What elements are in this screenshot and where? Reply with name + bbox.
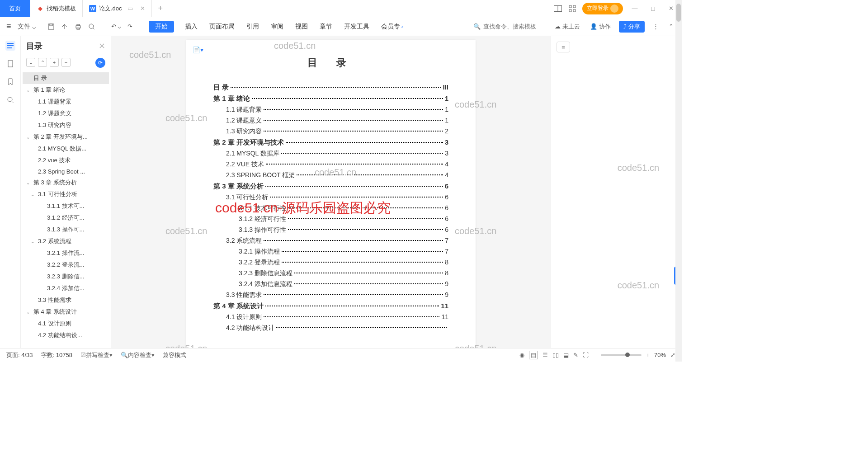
tools-icon[interactable]: ✎ xyxy=(573,352,578,358)
tree-item[interactable]: ⌄第 1 章 绪论 xyxy=(23,84,109,96)
view-page-icon[interactable]: ▤ xyxy=(529,351,538,359)
word-count[interactable]: 字数: 10758 xyxy=(41,351,72,359)
ribbon-tab-7[interactable]: 开发工具 xyxy=(343,21,370,33)
toc-row[interactable]: 第 3 章 系统分析6 xyxy=(213,182,448,191)
collapse-ribbon-icon[interactable]: ⌃ xyxy=(667,21,675,32)
toc-row[interactable]: 3.2 系统流程7 xyxy=(213,237,448,245)
ribbon-tab-8[interactable]: 会员专 xyxy=(380,21,401,33)
save-button[interactable] xyxy=(46,21,57,32)
eye-icon[interactable]: ◉ xyxy=(519,352,524,358)
toc-row[interactable]: 3.2.3 删除信息流程8 xyxy=(213,269,448,278)
tree-item[interactable]: ⌄3.1 可行性分析 xyxy=(23,188,109,200)
tree-item[interactable]: 3.2.3 删除信... xyxy=(23,271,109,282)
tree-item[interactable]: 1.3 研究内容 xyxy=(23,119,109,131)
apps-icon[interactable] xyxy=(568,4,577,13)
toc-row[interactable]: 2.1 MYSQL 数据库3 xyxy=(213,150,448,158)
ribbon-tab-3[interactable]: 引用 xyxy=(245,21,260,33)
chevron-down-icon[interactable]: ⌄ xyxy=(31,239,36,244)
chevron-down-icon[interactable]: ⌄ xyxy=(26,180,32,185)
tree-item[interactable]: 目 录 xyxy=(23,72,109,84)
tree-item[interactable]: 2.2 vue 技术 xyxy=(23,155,109,166)
menu-icon[interactable]: ≡ xyxy=(6,22,11,31)
tree-item[interactable]: 3.2.4 添加信... xyxy=(23,282,109,294)
tab-home[interactable]: 首页 xyxy=(0,0,30,17)
toc-row[interactable]: 3.2.4 添加信息流程9 xyxy=(213,280,448,288)
tab-document[interactable]: W 论文.doc ▭ ✕ xyxy=(83,0,152,17)
minimize-button[interactable]: — xyxy=(628,2,641,15)
search-input[interactable] xyxy=(483,23,547,30)
panel-toggle-icon[interactable]: ≡ xyxy=(557,42,570,52)
toc-row[interactable]: 3.1 可行性分析6 xyxy=(213,193,448,202)
toc-row[interactable]: 4.2 功能结构设计 xyxy=(213,324,448,332)
share-button[interactable]: ⤴ 分享 xyxy=(619,21,645,33)
toc-row[interactable]: 2.3 SPRING BOOT 框架4 xyxy=(213,171,448,179)
tree-item[interactable]: 2.1 MYSQL 数据... xyxy=(23,143,109,155)
find-icon[interactable] xyxy=(5,95,15,105)
toc-row[interactable]: 3.1.1 技术可行性6 xyxy=(213,204,448,212)
toc-row[interactable]: 1.1 课题背景1 xyxy=(213,106,448,114)
add-tab-button[interactable]: + xyxy=(152,4,170,13)
export-button[interactable] xyxy=(59,21,70,32)
view-read-icon[interactable]: ▯▯ xyxy=(552,352,559,358)
chevron-down-icon[interactable]: ⌄ xyxy=(31,192,36,197)
toc-row[interactable]: 2.2 VUE 技术4 xyxy=(213,160,448,169)
screen-icon[interactable]: ▭ xyxy=(127,5,133,12)
toc-row[interactable]: 3.2.2 登录流程8 xyxy=(213,259,448,267)
collapse-all-button[interactable]: ⌄ xyxy=(26,58,35,67)
ribbon-tab-5[interactable]: 视图 xyxy=(294,21,309,33)
tree-item[interactable]: 3.3 性能需求 xyxy=(23,294,109,306)
view-web-icon[interactable]: ⬓ xyxy=(563,352,569,358)
tree-item[interactable]: 4.2 功能结构设... xyxy=(23,329,109,341)
ribbon-tab-0[interactable]: 开始 xyxy=(149,21,174,33)
tree-item[interactable]: 1.1 课题背景 xyxy=(23,96,109,108)
coop-button[interactable]: 👤 协作 xyxy=(588,21,613,33)
fullscreen-icon[interactable]: ⤢ xyxy=(670,352,675,358)
tree-item[interactable]: 1.2 课题意义 xyxy=(23,108,109,119)
remove-level-button[interactable]: − xyxy=(61,58,71,67)
undo-button[interactable]: ↶ ⌵ xyxy=(109,21,123,32)
layout-icon[interactable] xyxy=(553,4,562,13)
chevron-down-icon[interactable]: ⌄ xyxy=(26,88,32,93)
toc-row[interactable]: 3.2.1 操作流程7 xyxy=(213,248,448,256)
tree-item[interactable]: 3.1.3 操作可... xyxy=(23,224,109,235)
clipboard-icon[interactable] xyxy=(5,59,15,69)
ribbon-tab-2[interactable]: 页面布局 xyxy=(208,21,236,33)
page-indicator[interactable]: 页面: 4/33 xyxy=(6,351,33,359)
tree-item[interactable]: 3.2.1 操作流... xyxy=(23,247,109,259)
preview-button[interactable] xyxy=(86,21,97,32)
ribbon-tab-1[interactable]: 插入 xyxy=(184,21,198,33)
outline-close-icon[interactable]: ✕ xyxy=(99,41,105,51)
redo-button[interactable]: ↷ xyxy=(126,21,134,32)
tree-item[interactable]: ⌄第 3 章 系统分析 xyxy=(23,177,109,188)
scroll-thumb[interactable] xyxy=(676,4,681,22)
zoom-fit-icon[interactable]: ⛶ xyxy=(583,352,589,358)
tree-item[interactable]: 3.2.2 登录流... xyxy=(23,259,109,271)
toc-row[interactable]: 1.2 课题意义1 xyxy=(213,117,448,125)
chevron-down-icon[interactable]: ⌄ xyxy=(26,135,32,140)
toc-row[interactable]: 第 2 章 开发环境与技术3 xyxy=(213,138,448,147)
tab-templates[interactable]: ◆ 找稻壳模板 xyxy=(30,0,83,17)
expand-all-button[interactable]: ⌃ xyxy=(38,58,47,67)
zoom-value[interactable]: 70% xyxy=(654,352,666,358)
toc-row[interactable]: 第 1 章 绪论1 xyxy=(213,94,448,103)
ribbon-tab-4[interactable]: 审阅 xyxy=(270,21,284,33)
more-icon[interactable]: ⋮ xyxy=(651,21,660,32)
maximize-button[interactable]: ◻ xyxy=(646,2,659,15)
sync-button[interactable]: ⟳ xyxy=(95,58,105,68)
zoom-slider[interactable] xyxy=(601,354,642,356)
document-area[interactable]: 📄▾ 目 录 目 录III第 1 章 绪论11.1 课题背景11.2 课题意义1… xyxy=(111,36,551,348)
zoom-knob[interactable] xyxy=(625,353,630,357)
zoom-out-button[interactable]: − xyxy=(593,352,597,358)
ribbon-more-icon[interactable]: › xyxy=(401,23,403,30)
tree-item[interactable]: 4.1 设计原则 xyxy=(23,318,109,329)
add-level-button[interactable]: + xyxy=(50,58,59,67)
toc-row[interactable]: 3.1.3 操作可行性6 xyxy=(213,226,448,234)
close-icon[interactable]: ✕ xyxy=(140,5,145,12)
tree-item[interactable]: ⌄3.2 系统流程 xyxy=(23,235,109,247)
toc-row[interactable]: 4.1 设计原则11 xyxy=(213,313,448,321)
toc-row[interactable]: 第 4 章 系统设计11 xyxy=(213,302,448,310)
tree-item[interactable]: 2.3 Spring Boot ... xyxy=(23,166,109,177)
tree-item[interactable]: ⌄第 4 章 系统设计 xyxy=(23,306,109,318)
content-check-button[interactable]: 🔍 内容检查 ▾ xyxy=(121,351,155,359)
chevron-down-icon[interactable]: ⌄ xyxy=(26,310,32,315)
